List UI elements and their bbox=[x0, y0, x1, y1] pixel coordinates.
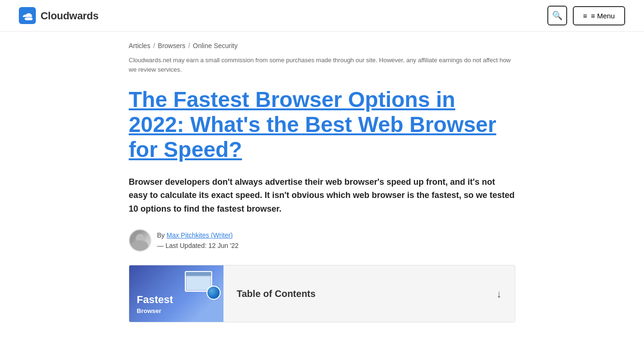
toc-title: Table of Contents bbox=[237, 287, 315, 301]
author-name-link[interactable]: Max Pitchkites (Writer) bbox=[166, 231, 233, 239]
menu-button[interactable]: ≡ ≡ Menu bbox=[573, 6, 625, 25]
article-title: The Fastest Browser Options in 2022: Wha… bbox=[129, 87, 515, 162]
toc-box[interactable]: Fastest Browser Table of Contents ↓ bbox=[129, 265, 515, 322]
search-icon: 🔍 bbox=[552, 10, 562, 21]
toc-image-subtitle: Browser bbox=[137, 306, 173, 316]
affiliate-notice: Cloudwards.net may earn a small commissi… bbox=[129, 56, 515, 74]
main-content: Articles / Browsers / Online Security Cl… bbox=[110, 32, 534, 341]
header-right: 🔍 ≡ ≡ Menu bbox=[547, 6, 625, 25]
toc-arrow: ↓ bbox=[496, 286, 502, 302]
menu-icon: ≡ bbox=[583, 12, 587, 20]
author-info: By Max Pitchkites (Writer) — Last Update… bbox=[157, 230, 239, 251]
toc-image-title: Fastest bbox=[137, 294, 173, 306]
breadcrumb-separator-1: / bbox=[153, 41, 155, 51]
logo-text: Cloudwards bbox=[41, 8, 99, 24]
logo-area[interactable]: Cloudwards bbox=[19, 7, 99, 24]
toc-browser-visual bbox=[185, 271, 218, 297]
author-avatar bbox=[129, 229, 151, 252]
last-updated-label: — Last Updated: bbox=[157, 242, 206, 249]
breadcrumb-articles[interactable]: Articles bbox=[129, 41, 150, 51]
article-intro: Browser developers don't always advertis… bbox=[129, 175, 515, 216]
breadcrumb-current: Online Security bbox=[193, 41, 238, 51]
author-by: By bbox=[157, 231, 165, 239]
search-button[interactable]: 🔍 bbox=[547, 6, 567, 25]
breadcrumb-browsers[interactable]: Browsers bbox=[158, 41, 185, 51]
toc-image: Fastest Browser bbox=[129, 265, 223, 322]
toc-content[interactable]: Table of Contents ↓ bbox=[223, 265, 515, 322]
last-updated-date: 12 Jun '22 bbox=[208, 242, 239, 249]
cloudwards-logo-icon bbox=[19, 7, 36, 24]
header: Cloudwards 🔍 ≡ ≡ Menu bbox=[0, 0, 644, 32]
author-area: By Max Pitchkites (Writer) — Last Update… bbox=[129, 229, 515, 252]
menu-label: ≡ Menu bbox=[591, 12, 615, 20]
toc-image-title-area: Fastest Browser bbox=[137, 294, 173, 315]
breadcrumb: Articles / Browsers / Online Security bbox=[129, 41, 515, 51]
breadcrumb-separator-2: / bbox=[188, 41, 190, 51]
